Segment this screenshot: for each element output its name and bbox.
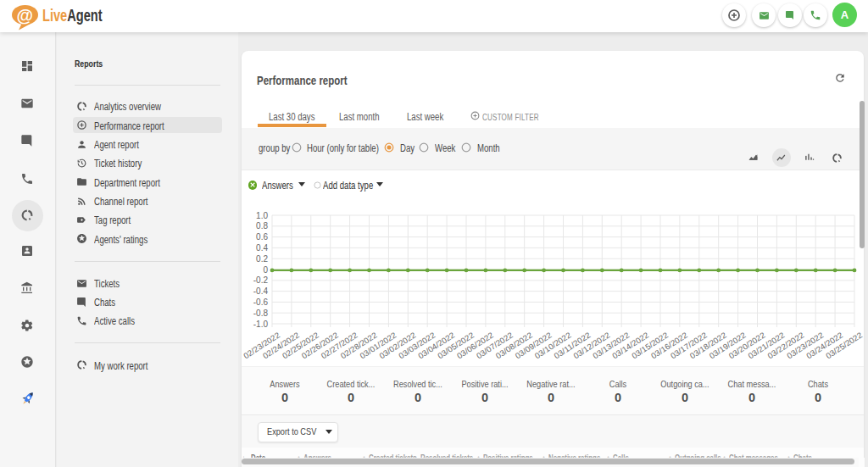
svg-text:-0.2: -0.2 [253,275,269,285]
svg-text:LiveAgent: LiveAgent [42,6,103,25]
svg-text:0.6: 0.6 [256,232,268,242]
svg-text:0.8: 0.8 [256,221,268,231]
svg-text:1.0: 1.0 [256,211,268,220]
svg-text:@: @ [17,6,34,25]
svg-text:-0.6: -0.6 [253,297,269,307]
svg-text:-0.4: -0.4 [253,286,269,296]
svg-text:0.4: 0.4 [256,243,268,253]
svg-text:0.2: 0.2 [256,254,268,264]
svg-text:-0.8: -0.8 [253,309,269,318]
svg-text:-1.0: -1.0 [253,320,269,329]
svg-text:0: 0 [263,265,268,275]
